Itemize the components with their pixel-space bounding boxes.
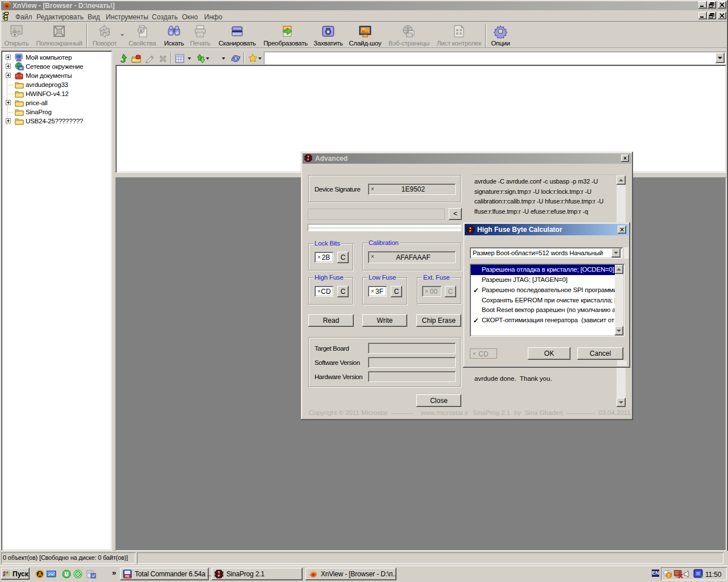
- svg-text:PE: PE: [125, 575, 130, 578]
- svg-text:!: !: [668, 573, 670, 579]
- svg-text:S: S: [308, 155, 309, 158]
- svg-text:A: A: [38, 571, 42, 577]
- svg-text:P: P: [308, 158, 309, 161]
- svg-text:P: P: [470, 230, 471, 232]
- svg-text:S: S: [470, 227, 471, 230]
